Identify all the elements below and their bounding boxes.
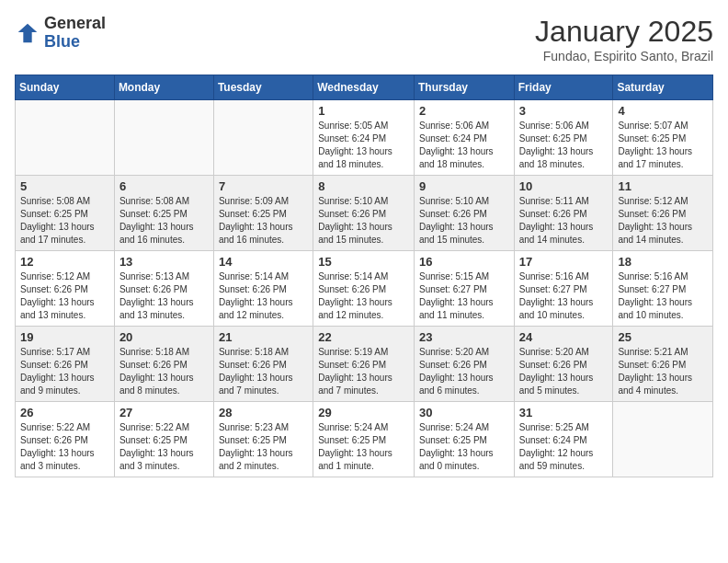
day-number: 15: [318, 255, 409, 269]
calendar-week-row: 1Sunrise: 5:05 AM Sunset: 6:24 PM Daylig…: [16, 100, 713, 176]
day-info: Sunrise: 5:24 AM Sunset: 6:25 PM Dayligh…: [318, 421, 409, 473]
header-friday: Friday: [514, 75, 613, 100]
calendar-cell: 28Sunrise: 5:23 AM Sunset: 6:25 PM Dayli…: [213, 402, 313, 477]
calendar-cell: 7Sunrise: 5:09 AM Sunset: 6:25 PM Daylig…: [213, 176, 313, 251]
day-number: 27: [119, 406, 209, 419]
calendar-cell: 31Sunrise: 5:25 AM Sunset: 6:24 PM Dayli…: [514, 402, 613, 477]
header-saturday: Saturday: [613, 75, 713, 100]
calendar-cell: 4Sunrise: 5:07 AM Sunset: 6:25 PM Daylig…: [613, 100, 713, 176]
day-number: 18: [618, 255, 708, 269]
day-number: 14: [219, 255, 308, 269]
calendar-cell: 17Sunrise: 5:16 AM Sunset: 6:27 PM Dayli…: [514, 251, 613, 327]
svg-marker-0: [18, 24, 38, 43]
header-tuesday: Tuesday: [213, 75, 313, 100]
calendar-cell: 10Sunrise: 5:11 AM Sunset: 6:26 PM Dayli…: [514, 176, 613, 251]
day-number: 10: [519, 179, 609, 193]
calendar-week-row: 12Sunrise: 5:12 AM Sunset: 6:26 PM Dayli…: [16, 251, 713, 327]
day-info: Sunrise: 5:11 AM Sunset: 6:26 PM Dayligh…: [519, 195, 609, 247]
title-block: January 2025 Fundao, Espirito Santo, Bra…: [535, 15, 713, 63]
calendar-cell: 23Sunrise: 5:20 AM Sunset: 6:26 PM Dayli…: [414, 327, 514, 402]
calendar-cell: 18Sunrise: 5:16 AM Sunset: 6:27 PM Dayli…: [613, 251, 713, 327]
calendar-cell: 16Sunrise: 5:15 AM Sunset: 6:27 PM Dayli…: [414, 251, 514, 327]
calendar-cell: [16, 100, 115, 176]
calendar-cell: 13Sunrise: 5:13 AM Sunset: 6:26 PM Dayli…: [114, 251, 213, 327]
day-number: 4: [618, 104, 708, 118]
day-info: Sunrise: 5:22 AM Sunset: 6:25 PM Dayligh…: [119, 421, 209, 473]
calendar-cell: [114, 100, 213, 176]
calendar-cell: 21Sunrise: 5:18 AM Sunset: 6:26 PM Dayli…: [213, 327, 313, 402]
day-info: Sunrise: 5:18 AM Sunset: 6:26 PM Dayligh…: [119, 346, 209, 397]
day-info: Sunrise: 5:22 AM Sunset: 6:26 PM Dayligh…: [20, 421, 109, 473]
header-sunday: Sunday: [16, 75, 115, 100]
logo-general: General: [44, 15, 106, 33]
calendar-cell: 30Sunrise: 5:24 AM Sunset: 6:25 PM Dayli…: [414, 402, 514, 477]
day-info: Sunrise: 5:12 AM Sunset: 6:26 PM Dayligh…: [20, 270, 109, 322]
day-number: 1: [318, 104, 409, 118]
day-info: Sunrise: 5:05 AM Sunset: 6:24 PM Dayligh…: [318, 120, 409, 171]
logo-icon: [15, 20, 40, 46]
day-info: Sunrise: 5:21 AM Sunset: 6:26 PM Dayligh…: [618, 346, 708, 397]
day-info: Sunrise: 5:24 AM Sunset: 6:25 PM Dayligh…: [419, 421, 509, 473]
day-number: 17: [519, 255, 609, 269]
day-info: Sunrise: 5:14 AM Sunset: 6:26 PM Dayligh…: [219, 270, 308, 322]
day-info: Sunrise: 5:06 AM Sunset: 6:24 PM Dayligh…: [419, 120, 509, 171]
day-info: Sunrise: 5:16 AM Sunset: 6:27 PM Dayligh…: [618, 270, 708, 322]
day-number: 30: [419, 406, 509, 419]
header-thursday: Thursday: [414, 75, 514, 100]
month-title: January 2025: [535, 15, 713, 49]
day-number: 7: [219, 179, 308, 193]
day-info: Sunrise: 5:17 AM Sunset: 6:26 PM Dayligh…: [20, 346, 109, 397]
calendar-cell: 8Sunrise: 5:10 AM Sunset: 6:26 PM Daylig…: [313, 176, 415, 251]
day-info: Sunrise: 5:07 AM Sunset: 6:25 PM Dayligh…: [618, 120, 708, 171]
day-number: 28: [219, 406, 308, 419]
calendar-cell: 1Sunrise: 5:05 AM Sunset: 6:24 PM Daylig…: [313, 100, 415, 176]
calendar-cell: 12Sunrise: 5:12 AM Sunset: 6:26 PM Dayli…: [16, 251, 115, 327]
day-info: Sunrise: 5:13 AM Sunset: 6:26 PM Dayligh…: [119, 270, 209, 322]
day-info: Sunrise: 5:18 AM Sunset: 6:26 PM Dayligh…: [219, 346, 308, 397]
day-number: 13: [119, 255, 209, 269]
calendar-cell: 25Sunrise: 5:21 AM Sunset: 6:26 PM Dayli…: [613, 327, 713, 402]
calendar-week-row: 26Sunrise: 5:22 AM Sunset: 6:26 PM Dayli…: [16, 402, 713, 477]
day-number: 20: [119, 330, 209, 344]
calendar-cell: 11Sunrise: 5:12 AM Sunset: 6:26 PM Dayli…: [613, 176, 713, 251]
day-info: Sunrise: 5:09 AM Sunset: 6:25 PM Dayligh…: [219, 195, 308, 247]
day-number: 26: [20, 406, 109, 419]
day-info: Sunrise: 5:08 AM Sunset: 6:25 PM Dayligh…: [20, 195, 109, 247]
header-wednesday: Wednesday: [313, 75, 415, 100]
day-info: Sunrise: 5:19 AM Sunset: 6:26 PM Dayligh…: [318, 346, 409, 397]
day-number: 6: [119, 179, 209, 193]
page-header: General Blue January 2025 Fundao, Espiri…: [15, 15, 713, 63]
day-number: 5: [20, 179, 109, 193]
calendar-cell: 24Sunrise: 5:20 AM Sunset: 6:26 PM Dayli…: [514, 327, 613, 402]
day-number: 23: [419, 330, 509, 344]
calendar-cell: 14Sunrise: 5:14 AM Sunset: 6:26 PM Dayli…: [213, 251, 313, 327]
day-number: 8: [318, 179, 409, 193]
day-number: 2: [419, 104, 509, 118]
calendar-week-row: 19Sunrise: 5:17 AM Sunset: 6:26 PM Dayli…: [16, 327, 713, 402]
calendar-cell: 29Sunrise: 5:24 AM Sunset: 6:25 PM Dayli…: [313, 402, 415, 477]
calendar-cell: 22Sunrise: 5:19 AM Sunset: 6:26 PM Dayli…: [313, 327, 415, 402]
day-info: Sunrise: 5:10 AM Sunset: 6:26 PM Dayligh…: [318, 195, 409, 247]
day-number: 11: [618, 179, 708, 193]
day-number: 22: [318, 330, 409, 344]
calendar-week-row: 5Sunrise: 5:08 AM Sunset: 6:25 PM Daylig…: [16, 176, 713, 251]
logo-text: General Blue: [44, 15, 106, 52]
day-number: 24: [519, 330, 609, 344]
day-info: Sunrise: 5:10 AM Sunset: 6:26 PM Dayligh…: [419, 195, 509, 247]
calendar-table: SundayMondayTuesdayWednesdayThursdayFrid…: [15, 75, 713, 477]
calendar-cell: 20Sunrise: 5:18 AM Sunset: 6:26 PM Dayli…: [114, 327, 213, 402]
day-info: Sunrise: 5:20 AM Sunset: 6:26 PM Dayligh…: [519, 346, 609, 397]
calendar-header-row: SundayMondayTuesdayWednesdayThursdayFrid…: [16, 75, 713, 100]
calendar-cell: 5Sunrise: 5:08 AM Sunset: 6:25 PM Daylig…: [16, 176, 115, 251]
calendar-cell: 26Sunrise: 5:22 AM Sunset: 6:26 PM Dayli…: [16, 402, 115, 477]
logo: General Blue: [15, 15, 106, 52]
day-info: Sunrise: 5:25 AM Sunset: 6:24 PM Dayligh…: [519, 421, 609, 473]
day-number: 21: [219, 330, 308, 344]
day-number: 29: [318, 406, 409, 419]
calendar-cell: 27Sunrise: 5:22 AM Sunset: 6:25 PM Dayli…: [114, 402, 213, 477]
day-info: Sunrise: 5:23 AM Sunset: 6:25 PM Dayligh…: [219, 421, 308, 473]
day-info: Sunrise: 5:06 AM Sunset: 6:25 PM Dayligh…: [519, 120, 609, 171]
day-number: 12: [20, 255, 109, 269]
day-number: 16: [419, 255, 509, 269]
calendar-cell: [613, 402, 713, 477]
